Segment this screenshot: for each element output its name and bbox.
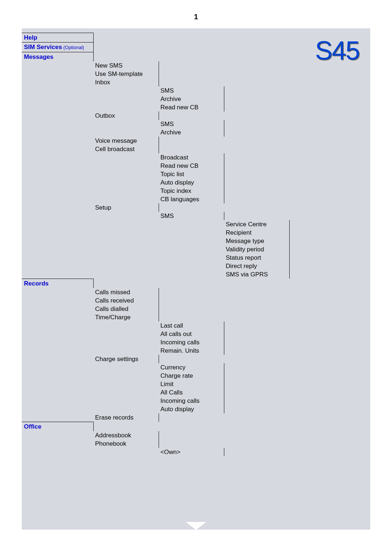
rec-missed: Calls missed [94,288,159,296]
inbox-readnewcb: Read new CB [159,103,224,112]
msg-setup: Setup [94,203,159,212]
office-phonebook: Phonebook [94,439,159,448]
cs-allcalls: All Calls [159,388,224,397]
inbox-sms: SMS [159,86,224,95]
msg-voice: Voice message [94,137,159,145]
office-addressbook: Addressbook [94,431,159,439]
tc-lastcall: Last call [159,321,224,330]
sms-validity: Validity period [224,245,290,254]
cb-readnewcb: Read new CB [159,162,224,170]
msg-use-template: Use SM-template [94,70,159,78]
sim-optional-label: (Optional) [62,45,84,50]
header-messages: Messages [22,52,94,61]
cb-topicindex: Topic index [159,187,224,195]
sim-services-label: SIM Services [24,44,62,50]
sms-recipient: Recipient [224,228,290,237]
msg-new-sms: New SMS [94,61,159,70]
msg-outbox: Outbox [94,112,159,120]
logo-text: S45 [315,36,359,65]
header-office: Office [22,422,94,431]
inbox-archive: Archive [159,95,224,103]
tc-allout: All calls out [159,330,224,338]
page-body: S45 Help SIM Services (Optional) Message… [22,28,370,530]
msg-cellbroadcast: Cell broadcast [94,145,159,153]
header-sim-services: SIM Services (Optional) [22,42,94,52]
header-help: Help [22,33,94,42]
continue-arrow-icon [186,522,206,530]
cb-languages: CB languages [159,195,224,203]
msg-inbox: Inbox [94,78,159,86]
header-records: Records [22,279,94,288]
sms-msgtype: Message type [224,237,290,245]
cb-broadcast: Broadcast [159,153,224,162]
rec-erase: Erase records [94,413,159,422]
tc-incoming: Incoming calls [159,338,224,347]
cb-autodisplay: Auto display [159,178,224,187]
outbox-sms: SMS [159,120,224,128]
cs-currency: Currency [159,363,224,372]
rec-chargesettings: Charge settings [94,355,159,363]
pb-own: <Own> [159,448,224,456]
rec-dialled: Calls dialled [94,305,159,313]
cs-chargerate: Charge rate [159,372,224,380]
tc-remain: Remain. Units [159,347,224,355]
sms-statusreport: Status report [224,254,290,262]
sms-directreply: Direct reply [224,262,290,270]
rec-received: Calls received [94,296,159,305]
setup-sms: SMS [159,212,224,220]
page-number: 1 [0,0,392,28]
cb-topiclist: Topic list [159,170,224,178]
rec-timecharge: Time/Charge [94,313,159,321]
cs-limit: Limit [159,380,224,388]
cs-incoming: Incoming calls [159,397,224,405]
sms-servicecentre: Service Centre [224,220,290,228]
outbox-archive: Archive [159,128,224,137]
sms-viagprs: SMS via GPRS [224,270,290,279]
cs-autodisplay: Auto display [159,405,224,413]
